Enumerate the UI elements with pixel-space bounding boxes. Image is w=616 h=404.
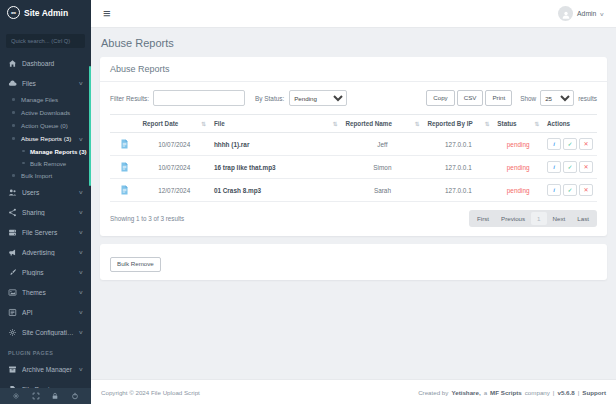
sidebar-item-themes[interactable]: Themes∨ [0, 282, 91, 302]
reports-table: Report Date⇅File⇅Reported Name⇅Reported … [110, 114, 597, 202]
page-size-select[interactable]: 25 [540, 90, 574, 106]
lock-icon[interactable] [51, 392, 59, 400]
support-link[interactable]: Support [582, 389, 606, 396]
quick-search-input[interactable] [6, 34, 85, 48]
sort-icon[interactable]: ⇅ [485, 121, 490, 127]
page-btn-last[interactable]: Last [571, 212, 595, 225]
sidebar-subitem-manage-reports-3[interactable]: Manage Reports (3) [0, 145, 91, 157]
sidebar-item-archive-manager[interactable]: Archive Manager∨ [0, 359, 91, 379]
csv-button[interactable]: CSV [457, 90, 484, 105]
sidebar-subitem-abuse-reports-3[interactable]: Abuse Reports (3)∨ [0, 132, 91, 145]
sidebar-item-advertising[interactable]: Advertising∨ [0, 242, 91, 262]
avatar [558, 6, 573, 21]
chevron-down-icon: ∨ [79, 80, 84, 86]
sidebar-item-site-configuration[interactable]: Site Configuration∨ [0, 322, 91, 342]
sort-icon[interactable]: ⇅ [534, 121, 539, 127]
reported-name-cell: Jeff [341, 133, 423, 156]
cloud-icon [8, 79, 17, 88]
page-btn-first[interactable]: First [471, 212, 495, 225]
page-btn-1[interactable]: 1 [531, 212, 546, 225]
user-menu[interactable]: Admin ∨ [558, 6, 604, 21]
sidebar-item-sharing[interactable]: Sharing∨ [0, 202, 91, 222]
sidebar-scrollbar[interactable] [89, 66, 92, 186]
sidebar-item-file-servers[interactable]: File Servers∨ [0, 222, 91, 242]
page-title: Abuse Reports [100, 28, 607, 57]
sidebar-item-files[interactable]: Files∨ [0, 73, 91, 93]
box-icon [8, 365, 17, 374]
sidebar-subitem-bulk-import[interactable]: Bulk Import [0, 169, 91, 182]
remove-button[interactable]: ✕ [579, 161, 593, 173]
file-name-cell: 01 Crash 8.mp3 [210, 179, 342, 202]
chevron-down-icon: ∨ [79, 386, 84, 388]
approve-button[interactable]: ✓ [563, 161, 577, 173]
sidebar-item-file-previewer[interactable]: File Previewer∨ [0, 379, 91, 388]
file-name-cell: hhhh (1).rar [210, 133, 342, 156]
sidebar-subitem-action-queue-0[interactable]: Action Queue (0) [0, 119, 91, 132]
print-button[interactable]: Print [485, 90, 512, 105]
server-icon [8, 228, 17, 237]
col-header-reported-name[interactable]: Reported Name⇅ [341, 115, 423, 133]
copyright-text: Copyright © 2024 File Upload Script [101, 389, 200, 396]
sidebar-nav: DashboardFiles∨Manage FilesActive Downlo… [0, 53, 91, 388]
share-icon [8, 208, 17, 217]
app-logo[interactable]: ∞ Site Admin [0, 0, 91, 25]
card-title: Abuse Reports [100, 57, 607, 82]
mfscripts-link[interactable]: MF Scripts [490, 389, 522, 396]
topbar: ≡ Admin ∨ [91, 0, 616, 28]
yetishare-link[interactable]: Yetishare, [451, 389, 480, 396]
gear-icon[interactable] [12, 392, 20, 400]
pagination: FirstPrevious1NextLast [469, 210, 597, 227]
sidebar-item-dashboard[interactable]: Dashboard [0, 53, 91, 73]
sort-icon[interactable]: ⇅ [415, 121, 420, 127]
file-doc-icon [114, 184, 135, 196]
users-icon [8, 188, 17, 197]
logo-icon: ∞ [7, 6, 20, 19]
col-header-report-date[interactable]: Report Date⇅ [139, 115, 210, 133]
info-button[interactable]: i [547, 161, 561, 173]
filter-results-label: Filter Results: [110, 95, 149, 102]
status-select[interactable]: Pending [289, 90, 347, 106]
sort-icon[interactable]: ⇅ [201, 121, 206, 127]
chevron-down-icon: ∨ [79, 269, 84, 275]
brush-icon [8, 268, 17, 277]
results-label: results [578, 95, 597, 102]
info-button[interactable]: i [547, 138, 561, 150]
sidebar-subitem-manage-files[interactable]: Manage Files [0, 93, 91, 106]
reported-ip-cell: 127.0.0.1 [423, 179, 493, 202]
bulk-remove-button[interactable]: Bulk Remove [110, 257, 161, 272]
chevron-down-icon: ∨ [79, 209, 84, 215]
approve-button[interactable]: ✓ [563, 184, 577, 196]
table-row: 10/07/2024hhhh (1).rarJeff127.0.0.1pendi… [110, 133, 597, 156]
approve-button[interactable]: ✓ [563, 138, 577, 150]
col-header-status[interactable]: Status⇅ [493, 115, 543, 133]
remove-button[interactable]: ✕ [579, 138, 593, 150]
sidebar-subitem-active-downloads[interactable]: Active Downloads [0, 106, 91, 119]
chevron-down-icon: ∨ [79, 289, 84, 295]
sidebar: ∞ Site Admin DashboardFiles∨Manage Files… [0, 0, 91, 404]
menu-toggle-icon[interactable]: ≡ [103, 7, 111, 20]
version-text: v5.6.8 [557, 389, 574, 396]
sort-icon[interactable]: ⇅ [333, 121, 338, 127]
status-badge: pending [493, 179, 543, 202]
col-header-reported-by-ip[interactable]: Reported By IP⇅ [423, 115, 493, 133]
sidebar-item-api[interactable]: API∨ [0, 302, 91, 322]
filter-results-input[interactable] [153, 90, 245, 106]
power-icon[interactable] [71, 392, 79, 400]
table-row: 12/07/202401 Crash 8.mp3Sarah127.0.0.1pe… [110, 179, 597, 202]
footer: Copyright © 2024 File Upload Script Crea… [91, 379, 616, 404]
page-btn-previous[interactable]: Previous [495, 212, 531, 225]
sidebar-subitem-bulk-remove[interactable]: Bulk Remove [0, 157, 91, 169]
expand-icon[interactable] [32, 392, 40, 400]
file-name-cell: 16 trap like that.mp3 [210, 156, 342, 179]
report-date-cell: 12/07/2024 [139, 179, 210, 202]
plugin-pages-header: PLUGIN PAGES [0, 342, 91, 359]
remove-button[interactable]: ✕ [579, 184, 593, 196]
reported-ip-cell: 127.0.0.1 [423, 133, 493, 156]
page-btn-next[interactable]: Next [547, 212, 572, 225]
copy-button[interactable]: Copy [426, 90, 454, 105]
sidebar-item-plugins[interactable]: Plugins∨ [0, 262, 91, 282]
col-header-file[interactable]: File⇅ [210, 115, 342, 133]
chevron-down-icon: ∨ [79, 366, 84, 372]
sidebar-item-users[interactable]: Users∨ [0, 182, 91, 202]
info-button[interactable]: i [547, 184, 561, 196]
